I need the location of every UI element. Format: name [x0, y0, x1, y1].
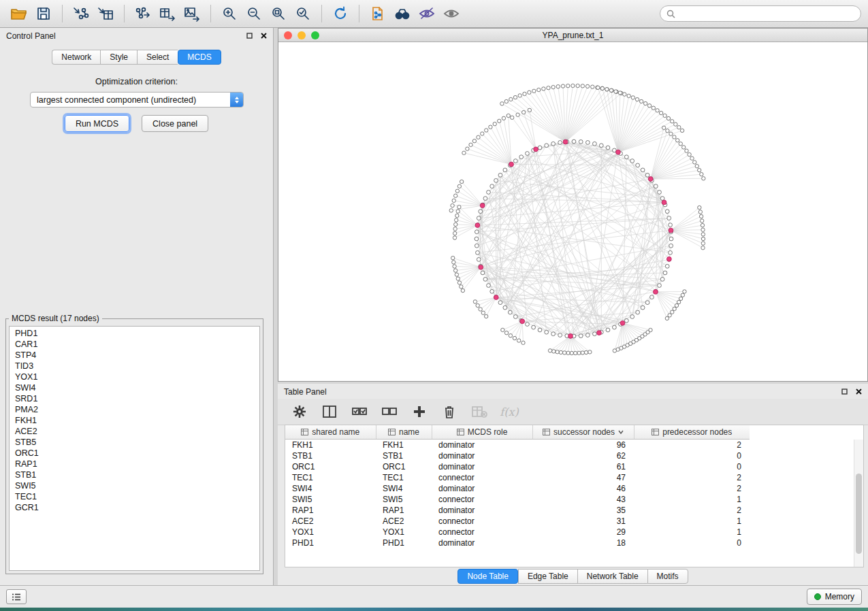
zoom-in-button[interactable]: [217, 3, 242, 24]
close-panel-button-mcds[interactable]: Close panel: [142, 115, 208, 132]
zoom-out-button[interactable]: [242, 3, 266, 24]
table-row[interactable]: STB1STB1dominator620: [285, 450, 750, 461]
application-window: Control Panel Network Style Select MCDS …: [0, 0, 868, 611]
network-window-titlebar[interactable]: YPA_prune.txt_1: [278, 29, 867, 42]
tab-mcds[interactable]: MCDS: [178, 50, 221, 65]
table-row[interactable]: PHD1PHD1dominator180: [285, 538, 750, 548]
import-network-button[interactable]: [69, 3, 93, 24]
table-cell-name: YOX1: [376, 527, 432, 538]
add-row-button[interactable]: [411, 403, 428, 420]
tab-network[interactable]: Network: [52, 50, 100, 65]
close-panel-button[interactable]: [856, 387, 862, 397]
column-header-shared-name[interactable]: shared name: [285, 425, 376, 440]
export-image-button[interactable]: [180, 3, 204, 24]
deselect-all-button[interactable]: [381, 403, 398, 420]
tab-motifs[interactable]: Motifs: [647, 569, 688, 584]
open-file-button[interactable]: [7, 3, 31, 24]
tab-network-table[interactable]: Network Table: [577, 569, 647, 584]
show-columns-button[interactable]: [321, 403, 338, 420]
mcds-result-item[interactable]: PMA2: [10, 404, 259, 415]
mcds-result-item[interactable]: SWI5: [10, 480, 259, 491]
import-table-button[interactable]: [93, 3, 118, 24]
maximize-window-button[interactable]: [311, 31, 319, 39]
column-header-successor-nodes[interactable]: successor nodes: [532, 425, 634, 440]
float-panel-button[interactable]: [246, 31, 253, 41]
column-header-predecessor-nodes[interactable]: predecessor nodes: [634, 425, 750, 440]
mcds-result-item[interactable]: CAR1: [10, 339, 259, 350]
close-window-button[interactable]: [284, 31, 292, 39]
table-cell-predecessor-nodes: 2: [634, 472, 750, 483]
tab-select[interactable]: Select: [137, 50, 178, 65]
table-row[interactable]: YOX1YOX1connector291: [285, 527, 750, 538]
table-row[interactable]: SWI5SWI5connector431: [285, 494, 750, 505]
refresh-layout-button[interactable]: [328, 3, 353, 24]
share-document-button[interactable]: [366, 3, 390, 24]
toolbar-separator: [210, 5, 211, 22]
table-row[interactable]: SWI4SWI4dominator462: [285, 483, 750, 494]
table-cell-name: SWI5: [376, 494, 432, 505]
network-graph[interactable]: [278, 42, 867, 381]
table-cell-name: TEC1: [376, 472, 432, 483]
export-network-button[interactable]: [131, 3, 155, 24]
table-row[interactable]: TEC1TEC1connector472: [285, 472, 750, 483]
mcds-result-item[interactable]: SRD1: [10, 393, 259, 404]
table-row[interactable]: RAP1RAP1dominator352: [285, 505, 750, 516]
export-table-button[interactable]: [155, 3, 180, 24]
open-folder-icon: [10, 6, 28, 21]
mcds-result-item[interactable]: YOX1: [10, 371, 259, 382]
table-vertical-scrollbar[interactable]: [854, 440, 863, 567]
hide-details-button[interactable]: [415, 3, 439, 24]
delete-column-button[interactable]: [471, 403, 487, 420]
table-cell-mcds-role: connector: [432, 472, 532, 483]
toolbar-separator: [124, 5, 125, 22]
scrollbar-thumb[interactable]: [856, 474, 862, 554]
find-button[interactable]: [390, 3, 415, 24]
column-header-name[interactable]: name: [376, 425, 432, 440]
zoom-out-icon: [246, 5, 262, 22]
select-all-button[interactable]: [351, 403, 368, 420]
function-builder-button[interactable]: f(x): [501, 403, 517, 420]
toolbar-separator: [321, 5, 322, 22]
mcds-result-item[interactable]: STB1: [10, 469, 259, 480]
table-settings-button[interactable]: [291, 403, 308, 420]
mcds-result-item[interactable]: PHD1: [10, 328, 259, 339]
table-cell-mcds-role: dominator: [432, 538, 532, 548]
export-image-icon: [183, 5, 201, 22]
table-row[interactable]: ACE2ACE2connector311: [285, 516, 750, 527]
minimize-window-button[interactable]: [298, 31, 306, 39]
optimization-criterion-select[interactable]: largest connected component (undirected): [30, 92, 244, 108]
close-panel-button[interactable]: [261, 31, 267, 41]
tab-node-table[interactable]: Node Table: [457, 569, 518, 584]
mcds-result-item[interactable]: TEC1: [10, 491, 259, 502]
mcds-result-item[interactable]: RAP1: [10, 459, 259, 469]
tab-edge-table[interactable]: Edge Table: [518, 569, 577, 584]
mcds-result-item[interactable]: STP4: [10, 350, 259, 361]
mcds-result-item[interactable]: ORC1: [10, 448, 259, 459]
tab-style[interactable]: Style: [100, 50, 137, 65]
show-panels-menu-button[interactable]: [6, 589, 27, 604]
table-row[interactable]: ORC1ORC1dominator610: [285, 461, 750, 472]
show-all-button[interactable]: [439, 3, 464, 24]
table-cell-successor-nodes: 18: [532, 538, 634, 548]
save-session-button[interactable]: [31, 3, 56, 24]
mcds-result-title: MCDS result (17 nodes): [9, 314, 102, 323]
zoom-selected-button[interactable]: [291, 3, 315, 24]
mcds-result-item[interactable]: GCR1: [10, 502, 259, 513]
search-input[interactable]: [679, 8, 854, 19]
memory-button[interactable]: Memory: [807, 589, 862, 605]
table-panel-tabs: Node Table Edge Table Network Table Moti…: [278, 569, 868, 584]
mcds-result-list[interactable]: PHD1CAR1STP4TID3YOX1SWI4SRD1PMA2FKH1ACE2…: [9, 326, 260, 571]
float-panel-button[interactable]: [841, 387, 848, 397]
column-header-mcds-role[interactable]: MCDS role: [432, 425, 532, 440]
mcds-result-item[interactable]: SWI4: [10, 382, 259, 393]
mcds-result-item[interactable]: STB5: [10, 437, 259, 448]
mcds-result-item[interactable]: FKH1: [10, 415, 259, 426]
search-field[interactable]: [660, 5, 861, 22]
delete-row-button[interactable]: [441, 403, 457, 420]
mcds-result-item[interactable]: TID3: [10, 361, 259, 371]
mcds-result-item[interactable]: ACE2: [10, 426, 259, 437]
table-row[interactable]: FKH1FKH1dominator962: [285, 440, 750, 451]
run-mcds-button[interactable]: Run MCDS: [65, 115, 129, 132]
zoom-fit-button[interactable]: [266, 3, 291, 24]
table-cell-predecessor-nodes: 0: [634, 461, 750, 472]
